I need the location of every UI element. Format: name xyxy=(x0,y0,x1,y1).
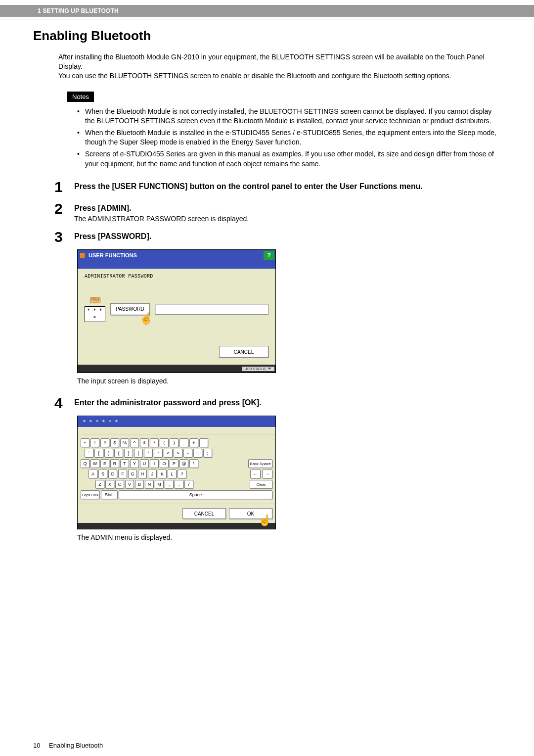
key[interactable]: ( xyxy=(160,438,169,447)
key[interactable]: & xyxy=(140,438,149,447)
key-o[interactable]: O xyxy=(160,459,169,468)
key-s[interactable]: S xyxy=(98,470,107,478)
key-k[interactable]: K xyxy=(158,470,167,478)
key-a[interactable]: A xyxy=(89,470,97,478)
step-title: Press [PASSWORD]. xyxy=(74,232,500,242)
template-icon: ▦ xyxy=(80,252,85,259)
key-g[interactable]: G xyxy=(128,470,137,478)
screen2-titlebar: ＊＊＊＊＊＊ xyxy=(78,416,275,427)
key[interactable]: > xyxy=(174,449,182,458)
note-item: Screens of e-STUDIO455 Series are given … xyxy=(77,149,500,169)
password-mask: ＊＊＊＊ xyxy=(85,306,105,322)
cancel-button[interactable]: CANCEL xyxy=(182,508,226,519)
cancel-button[interactable]: CANCEL xyxy=(219,346,268,358)
cursor-hand-icon: ☝ xyxy=(258,514,271,527)
key[interactable]: % xyxy=(120,438,129,447)
step-title: Press the [USER FUNCTIONS] button on the… xyxy=(74,182,500,192)
key-w[interactable]: W xyxy=(90,459,99,468)
footer-title: Enabling Bluetooth xyxy=(49,742,103,749)
screen1-titlebar: ▦ USER FUNCTIONS ? xyxy=(78,250,275,261)
key-at[interactable]: @ xyxy=(179,459,188,468)
key-d[interactable]: D xyxy=(108,470,117,478)
key[interactable]: | xyxy=(134,449,143,458)
kb-row-symbols-2: ` [ ] { } | " ' < > - = ; xyxy=(81,449,272,458)
key-e[interactable]: E xyxy=(100,459,109,468)
step-title: Press [ADMIN]. xyxy=(74,203,500,214)
screen2-statusbar xyxy=(78,523,275,529)
key-i[interactable]: I xyxy=(150,459,159,468)
keyboard-icon-group: ⌨ ＊＊＊＊ xyxy=(85,296,105,322)
help-button[interactable]: ? xyxy=(264,251,274,260)
key[interactable]: ] xyxy=(104,449,113,458)
page-number: 10 xyxy=(33,742,40,749)
notes-label: Notes xyxy=(67,92,94,102)
key-comma[interactable]: , xyxy=(165,480,174,489)
key[interactable]: < xyxy=(164,449,173,458)
key-question[interactable]: ? xyxy=(178,470,186,478)
key[interactable]: ` xyxy=(85,449,93,458)
capslock-key[interactable]: Caps Lock xyxy=(81,490,100,499)
key[interactable]: ; xyxy=(203,449,212,458)
key-slash[interactable]: / xyxy=(184,480,193,489)
job-status-label: JOB STATUS xyxy=(245,367,266,371)
key[interactable]: [ xyxy=(94,449,103,458)
key-q[interactable]: Q xyxy=(81,459,89,468)
step-number: 3 xyxy=(54,230,74,244)
intro-line-2: You can use the BLUETOOTH SETTINGS scree… xyxy=(58,71,500,81)
kb-row-qwerty-1: Q W E R T Y U I O P @ \ Back Space xyxy=(81,459,272,468)
key-u[interactable]: U xyxy=(140,459,149,468)
key[interactable]: $ xyxy=(110,438,119,447)
key-z[interactable]: Z xyxy=(95,480,104,489)
backspace-key[interactable]: Back Space xyxy=(248,459,272,468)
key-p[interactable]: P xyxy=(170,459,178,468)
key-x[interactable]: X xyxy=(105,480,114,489)
key[interactable]: - xyxy=(183,449,192,458)
key[interactable]: + xyxy=(189,438,198,447)
key-t[interactable]: T xyxy=(120,459,129,468)
key-h[interactable]: H xyxy=(138,470,147,478)
key-y[interactable]: Y xyxy=(130,459,139,468)
key-b[interactable]: B xyxy=(135,480,144,489)
password-field[interactable] xyxy=(155,304,268,315)
key-m[interactable]: M xyxy=(155,480,164,489)
key[interactable]: { xyxy=(114,449,123,458)
intro-text: After installing the Bluetooth Module GN… xyxy=(58,52,500,81)
header-section: 1 SETTING UP BLUETOOTH xyxy=(0,5,534,17)
shift-key[interactable]: Shift xyxy=(101,490,118,499)
arrow-right-key[interactable]: → xyxy=(262,470,272,478)
key[interactable]: * xyxy=(150,438,159,447)
key-l[interactable]: L xyxy=(168,470,177,478)
key[interactable]: " xyxy=(144,449,153,458)
key-c[interactable]: C xyxy=(115,480,124,489)
notes-list: When the Bluetooth Module is not correct… xyxy=(77,107,500,169)
keyboard-icon: ⌨ xyxy=(85,296,105,305)
step-title: Enter the administrator password and pre… xyxy=(74,398,500,408)
key-j[interactable]: J xyxy=(148,470,157,478)
key[interactable]: : xyxy=(199,438,208,447)
key-f[interactable]: F xyxy=(118,470,127,478)
page-title: Enabling Bluetooth xyxy=(33,28,534,44)
page-footer: 10 Enabling Bluetooth xyxy=(33,742,103,749)
key[interactable]: ' xyxy=(154,449,163,458)
key[interactable]: # xyxy=(100,438,109,447)
intro-line-1: After installing the Bluetooth Module GN… xyxy=(58,52,500,71)
kb-row-qwerty-2: A S D F G H J K L ? ← → xyxy=(81,470,272,478)
key[interactable]: = xyxy=(193,449,202,458)
step-4: 4 Enter the administrator password and p… xyxy=(54,396,500,411)
key-r[interactable]: R xyxy=(110,459,119,468)
space-key[interactable]: Space xyxy=(119,490,272,499)
key[interactable]: ) xyxy=(170,438,178,447)
key[interactable]: ^ xyxy=(130,438,139,447)
clear-key[interactable]: Clear xyxy=(250,480,272,489)
step-number: 4 xyxy=(54,396,74,411)
key[interactable]: ! xyxy=(90,438,99,447)
job-status-button[interactable]: JOB STATUS xyxy=(242,367,274,371)
key-n[interactable]: N xyxy=(145,480,154,489)
key-v[interactable]: V xyxy=(125,480,134,489)
arrow-left-key[interactable]: ← xyxy=(250,470,261,478)
key[interactable]: _ xyxy=(179,438,188,447)
key-backslash[interactable]: \ xyxy=(189,459,198,468)
key[interactable]: } xyxy=(124,449,133,458)
key[interactable]: ~ xyxy=(81,438,89,447)
key-period[interactable]: . xyxy=(175,480,183,489)
